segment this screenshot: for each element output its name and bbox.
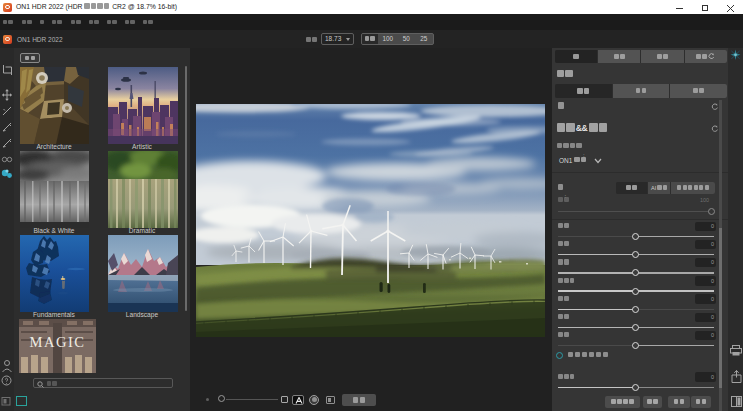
svg-text:MAGIC: MAGIC xyxy=(29,334,85,350)
